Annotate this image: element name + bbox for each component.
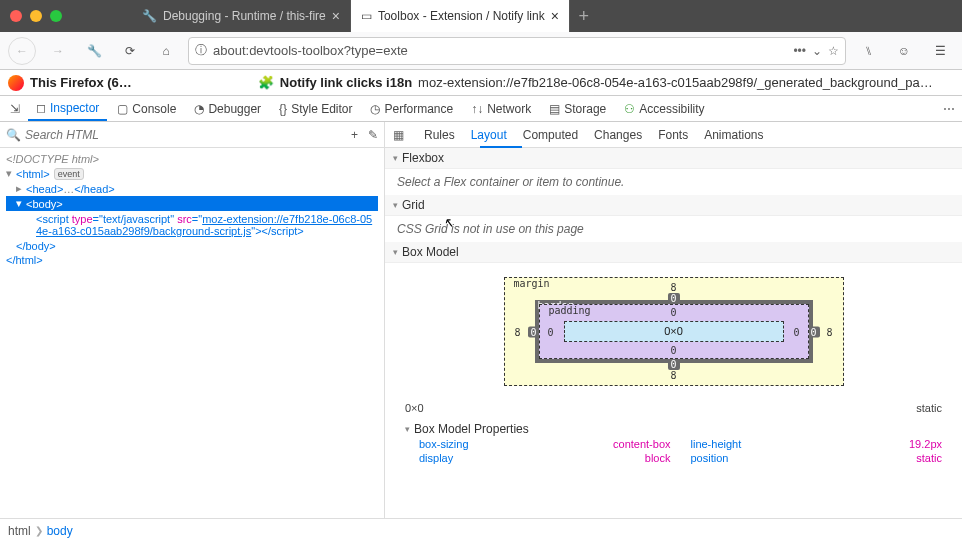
eyedropper-icon[interactable]: ✎: [368, 128, 378, 142]
tab-storage[interactable]: ▤ Storage: [541, 96, 614, 121]
padding-left-value[interactable]: 0: [548, 326, 554, 337]
search-icon: 🔍: [6, 128, 21, 142]
console-icon: ▢: [117, 102, 128, 116]
panel-tab-rules[interactable]: Rules: [424, 128, 455, 142]
tab-network[interactable]: ↑↓ Network: [463, 96, 539, 121]
border-top-value[interactable]: 0: [667, 293, 679, 304]
prop-box-sizing: box-sizingcontent-box: [419, 438, 671, 450]
layout-pane: ▾Flexbox Select a Flex container or item…: [385, 148, 962, 518]
browser-tab-debugging[interactable]: 🔧 Debugging - Runtime / this-fire ×: [132, 0, 351, 32]
tab-debugger[interactable]: ◔ Debugger: [186, 96, 269, 121]
url-input[interactable]: [213, 43, 787, 58]
cursor-icon: ↖: [443, 215, 454, 230]
html-tag[interactable]: <html>: [16, 168, 50, 180]
account-icon[interactable]: ☺: [890, 37, 918, 65]
border-right-value[interactable]: 0: [807, 326, 819, 337]
grid-section-header[interactable]: ▾Grid: [385, 195, 962, 216]
border-bottom-value[interactable]: 0: [667, 359, 679, 370]
window-maximize-button[interactable]: [50, 10, 62, 22]
breadcrumb: html ❯ body: [0, 518, 962, 542]
info-icon[interactable]: ⓘ: [195, 42, 207, 59]
close-icon[interactable]: ×: [551, 8, 559, 24]
flexbox-section-body: Select a Flex container or item to conti…: [385, 169, 962, 195]
devtools-toolbar: ⇲ ◻ Inspector ▢ Console ◔ Debugger {} St…: [0, 96, 962, 122]
margin-bottom-value[interactable]: 8: [670, 370, 676, 381]
crumb-body[interactable]: body: [47, 524, 73, 538]
tab-inspector[interactable]: ◻ Inspector: [28, 96, 107, 121]
padding-top-value[interactable]: 0: [670, 307, 676, 318]
library-icon[interactable]: ⑊: [854, 37, 882, 65]
box-model-diagram[interactable]: margin 8 8 8 8 border 0 0 0 0 padding 0 …: [385, 263, 962, 400]
padding-label: padding: [546, 305, 594, 316]
new-tab-button[interactable]: +: [570, 0, 598, 32]
panel-tab-layout[interactable]: Layout: [471, 128, 507, 142]
close-icon[interactable]: ×: [332, 8, 340, 24]
tab-performance[interactable]: ◷ Performance: [362, 96, 461, 121]
dock-button[interactable]: ⇲: [4, 95, 26, 123]
dims-size: 0×0: [405, 402, 424, 414]
tab-accessibility[interactable]: ⚇ Accessibility: [616, 96, 712, 121]
margin-label: margin: [511, 278, 553, 289]
tab-console[interactable]: ▢ Console: [109, 96, 184, 121]
margin-right-value[interactable]: 8: [826, 326, 832, 337]
back-button[interactable]: ←: [8, 37, 36, 65]
body-close-tag[interactable]: </body>: [16, 240, 56, 252]
reload-button[interactable]: ⟳: [116, 37, 144, 65]
margin-left-value[interactable]: 8: [515, 326, 521, 337]
window-minimize-button[interactable]: [30, 10, 42, 22]
content-box[interactable]: 0×0: [564, 321, 784, 342]
boxmodel-dimensions: 0×0 static: [385, 400, 962, 416]
window-icon: ▭: [361, 9, 372, 23]
home-button[interactable]: ⌂: [152, 37, 180, 65]
chevron-right-icon: ❯: [35, 525, 43, 536]
dev-wrench-button[interactable]: 🔧: [80, 37, 108, 65]
extension-path: moz-extension://e7fb218e-06c8-054e-a163-…: [418, 75, 933, 90]
window-close-button[interactable]: [10, 10, 22, 22]
pocket-icon[interactable]: ⌄: [812, 44, 822, 58]
panel-control-icon[interactable]: ▦: [389, 128, 408, 142]
markup-tree[interactable]: <!DOCTYPE html> ▾<html>event ▸<head>…</h…: [0, 148, 385, 518]
add-element-button[interactable]: +: [351, 128, 358, 142]
tab-label: Debugging - Runtime / this-fire: [163, 9, 326, 23]
panel-tab-fonts[interactable]: Fonts: [658, 128, 688, 142]
padding-bottom-value[interactable]: 0: [670, 345, 676, 356]
crumb-html[interactable]: html: [8, 524, 31, 538]
prop-line-height: line-height19.2px: [691, 438, 943, 450]
event-badge[interactable]: event: [54, 168, 84, 180]
dims-position: static: [916, 402, 942, 414]
prop-position: positionstatic: [691, 452, 943, 464]
body-selected-row[interactable]: ▾<body>: [6, 196, 378, 211]
panel-tab-changes[interactable]: Changes: [594, 128, 642, 142]
menu-icon[interactable]: ☰: [926, 37, 954, 65]
padding-right-value[interactable]: 0: [793, 326, 799, 337]
url-bar[interactable]: ⓘ ••• ⌄ ☆: [188, 37, 846, 65]
context-bar: This Firefox (6… 🧩 Notify link clicks i1…: [0, 70, 962, 96]
browser-tab-toolbox[interactable]: ▭ Toolbox - Extension / Notify link ×: [351, 0, 570, 32]
star-icon[interactable]: ☆: [828, 44, 839, 58]
panel-tab-computed[interactable]: Computed: [523, 128, 578, 142]
panel-tab-animations[interactable]: Animations: [704, 128, 763, 142]
boxmodel-section-header[interactable]: ▾Box Model: [385, 242, 962, 263]
extension-title: Notify link clicks i18n: [280, 75, 412, 90]
flexbox-section-header[interactable]: ▾Flexbox: [385, 148, 962, 169]
navigation-toolbar: ← → 🔧 ⟳ ⌂ ⓘ ••• ⌄ ☆ ⑊ ☺ ☰: [0, 32, 962, 70]
doctype[interactable]: <!DOCTYPE html>: [6, 153, 99, 165]
storage-icon: ▤: [549, 102, 560, 116]
network-icon: ↑↓: [471, 102, 483, 116]
inspector-icon: ◻: [36, 101, 46, 115]
script-tag[interactable]: <script type="text/javascript" src="moz-…: [6, 213, 378, 237]
devtools-more-icon[interactable]: ⋯: [940, 95, 958, 123]
margin-top-value[interactable]: 8: [670, 282, 676, 293]
tab-style-editor[interactable]: {} Style Editor: [271, 96, 360, 121]
grid-section-body: CSS Grid is not in use on this page↖: [385, 216, 962, 242]
forward-button[interactable]: →: [44, 37, 72, 65]
html-close-tag[interactable]: </html>: [6, 254, 43, 266]
more-icon[interactable]: •••: [793, 44, 806, 58]
head-tag[interactable]: <head>: [26, 183, 63, 195]
wrench-icon: 🔧: [142, 9, 157, 23]
puzzle-icon: 🧩: [258, 75, 274, 90]
firefox-icon: [8, 75, 24, 91]
performance-icon: ◷: [370, 102, 380, 116]
search-input[interactable]: [25, 128, 347, 142]
boxmodel-props-header[interactable]: ▾Box Model Properties: [405, 420, 942, 438]
